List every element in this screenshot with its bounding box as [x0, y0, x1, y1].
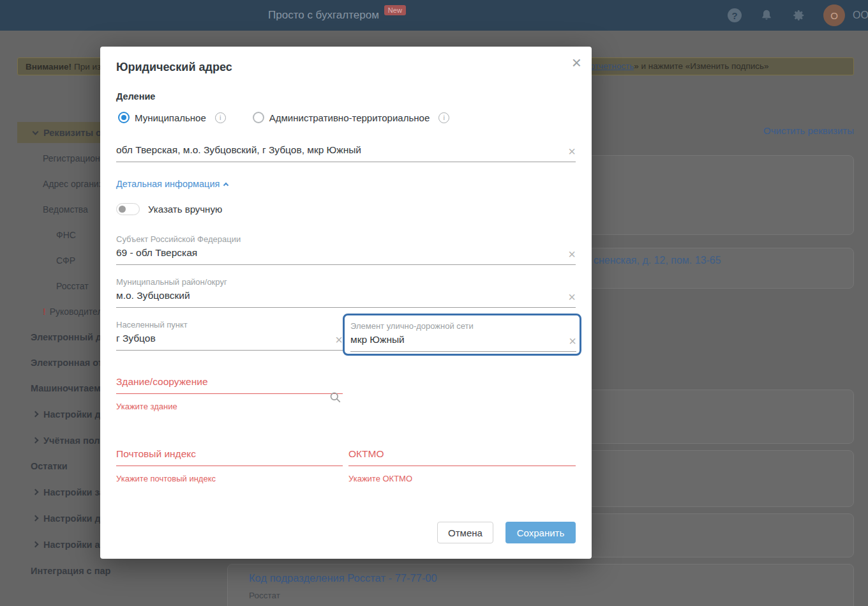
- sidebar-item-label: СФР: [56, 255, 75, 266]
- building-input[interactable]: [116, 376, 343, 394]
- sidebar-item-label: Интеграция с пар: [31, 566, 110, 576]
- rosstat-caption: Росстат: [249, 591, 280, 600]
- settings-gear-icon[interactable]: [791, 8, 805, 22]
- radio-municipal[interactable]: [118, 112, 130, 123]
- manual-entry-label: Указать вручную: [148, 204, 222, 215]
- background-card-rosstat: [227, 564, 854, 606]
- oktmo-field: Укажите ОКТМО: [348, 448, 576, 483]
- oktmo-error: Укажите ОКТМО: [348, 474, 576, 483]
- app-title-wrap: Просто с бухгалтером New: [268, 0, 406, 31]
- street-label: Элемент улично-дорожной сети: [350, 321, 576, 331]
- modal-title: Юридический адрес: [116, 61, 232, 74]
- chevron-right-icon: [33, 489, 39, 496]
- division-radio-group: Муниципальное i Административно-территор…: [118, 112, 449, 123]
- sidebar-item-label: Руководитель: [50, 307, 107, 317]
- sidebar-item-label: Росстат: [56, 281, 89, 291]
- sidebar-item[interactable]: Интеграция с пар: [17, 560, 227, 581]
- settlement-field: Населенный пункт ×: [116, 320, 343, 351]
- full-address-field: ×: [116, 144, 576, 162]
- legal-address-modal: Юридический адрес × Деление Муниципально…: [100, 47, 592, 559]
- subject-field: Субъект Российской Федерации ×: [116, 234, 576, 265]
- district-input[interactable]: [116, 290, 576, 308]
- postcode-error: Укажите почтовый индекс: [116, 474, 343, 483]
- sidebar-item-label: Остатки: [31, 461, 68, 471]
- radio-administrative-label[interactable]: Административно-территориальное: [269, 112, 430, 123]
- warning-banner-text-right: » и нажмите «Изменить подпись»: [634, 61, 768, 71]
- topbar-actions: ? О ООО: [728, 0, 868, 31]
- organization-name[interactable]: ООО: [853, 10, 868, 21]
- sidebar-item-label: ФНС: [56, 230, 76, 240]
- manual-entry-toggle[interactable]: [116, 203, 140, 215]
- clear-street-icon[interactable]: ×: [569, 335, 576, 347]
- oktmo-input[interactable]: [348, 448, 576, 466]
- topbar: Просто с бухгалтером New ? О ООО: [0, 0, 868, 31]
- full-address-input[interactable]: [116, 144, 576, 162]
- help-icon[interactable]: ?: [728, 8, 742, 22]
- radio-administrative[interactable]: [253, 112, 264, 123]
- warning-mark: !: [43, 307, 46, 317]
- cancel-button[interactable]: Отмена: [437, 522, 493, 543]
- clear-subject-icon[interactable]: ×: [568, 248, 576, 261]
- warning-banner-right: ая отчетность» и нажмите «Изменить подпи…: [578, 61, 769, 71]
- building-field: Укажите здание: [116, 376, 343, 411]
- search-icon[interactable]: [329, 391, 341, 406]
- subject-label: Субъект Российской Федерации: [116, 234, 576, 244]
- postcode-input[interactable]: [116, 448, 343, 466]
- close-icon[interactable]: ×: [572, 54, 581, 71]
- new-badge: New: [384, 5, 406, 15]
- sidebar-item-label: Электронный до: [31, 332, 107, 342]
- manual-entry-row: Указать вручную: [116, 203, 222, 215]
- user-avatar[interactable]: О: [823, 4, 845, 26]
- chevron-right-icon: [33, 437, 39, 444]
- district-label: Муниципальный район/округ: [116, 277, 576, 287]
- settlement-label: Населенный пункт: [116, 320, 343, 330]
- details-toggle-label: Детальная информация: [116, 179, 220, 189]
- chevron-right-icon: [33, 411, 39, 418]
- radio-municipal-label[interactable]: Муниципальное: [135, 112, 206, 123]
- sidebar-item-label: Настройки акк: [43, 540, 109, 550]
- rosstat-code-link[interactable]: Код подразделения Росстат - 77-77-00: [249, 572, 437, 584]
- sidebar-item-label: Ведомства: [43, 204, 88, 215]
- sidebar-item-label: Регистрационн: [43, 153, 105, 163]
- street-field-focused: Элемент улично-дорожной сети ×: [343, 314, 581, 356]
- sidebar-item-label: Электронная отч: [31, 358, 108, 368]
- sidebar-item-label: Адрес организ: [43, 179, 103, 189]
- division-label: Деление: [116, 91, 155, 102]
- toggle-knob: [119, 206, 126, 213]
- app-title: Просто с бухгалтером: [268, 9, 379, 22]
- settlement-input[interactable]: [116, 333, 343, 351]
- subject-input[interactable]: [116, 247, 576, 265]
- clear-settlement-icon[interactable]: ×: [335, 333, 343, 346]
- building-error: Укажите здание: [116, 402, 343, 411]
- sidebar-item-label: Реквизиты ор: [43, 128, 107, 138]
- details-toggle-link[interactable]: Детальная информация: [116, 179, 228, 189]
- street-input[interactable]: [350, 334, 576, 352]
- chevron-down-icon: [33, 129, 39, 135]
- chevron-right-icon: [33, 542, 39, 548]
- chevron-right-icon: [33, 515, 39, 522]
- info-icon[interactable]: i: [438, 112, 449, 123]
- info-icon[interactable]: i: [215, 112, 226, 123]
- background-address-link[interactable]: сненская, д. 12, пом. 13-65: [594, 255, 721, 266]
- district-field: Муниципальный район/округ ×: [116, 277, 576, 308]
- clear-requisites-link[interactable]: Очистить реквизиты: [763, 125, 854, 136]
- sidebar-item-label: Машиночитаемы: [31, 383, 108, 393]
- chevron-up-icon: [223, 183, 228, 188]
- street-field: Элемент улично-дорожной сети ×: [350, 321, 576, 352]
- clear-district-icon[interactable]: ×: [568, 291, 576, 303]
- clear-address-icon[interactable]: ×: [568, 145, 576, 158]
- save-button[interactable]: Сохранить: [505, 522, 576, 543]
- postcode-field: Укажите почтовый индекс: [116, 448, 343, 483]
- notifications-bell-icon[interactable]: [760, 8, 774, 22]
